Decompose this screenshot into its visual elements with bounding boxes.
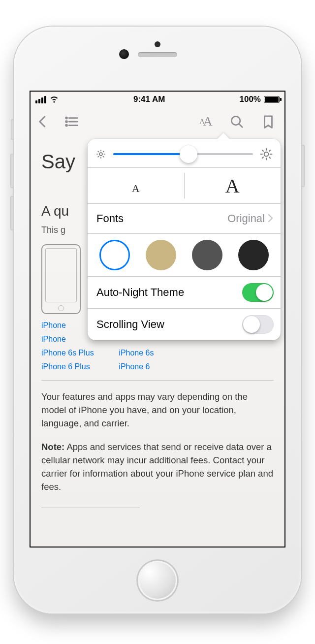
theme-sepia[interactable] bbox=[146, 240, 176, 270]
increase-text-size-button[interactable]: A bbox=[185, 168, 281, 203]
svg-point-17 bbox=[264, 152, 269, 157]
navigation-bar: AA bbox=[31, 107, 284, 136]
separator bbox=[41, 380, 274, 381]
decrease-text-size-button[interactable]: A bbox=[88, 174, 184, 203]
note-text: Apps and services that send or receive d… bbox=[41, 442, 273, 491]
fonts-label: Fonts bbox=[96, 212, 124, 225]
theme-white[interactable] bbox=[99, 240, 130, 270]
svg-point-2 bbox=[66, 121, 67, 123]
svg-line-13 bbox=[98, 151, 98, 152]
theme-selector bbox=[88, 234, 281, 276]
separator-short bbox=[41, 508, 140, 508]
cellular-signal-icon bbox=[35, 96, 46, 103]
svg-line-25 bbox=[269, 150, 270, 151]
theme-gray[interactable] bbox=[192, 240, 222, 270]
scrolling-view-toggle[interactable] bbox=[242, 315, 274, 334]
wifi-icon bbox=[49, 94, 59, 106]
mute-switch bbox=[11, 119, 14, 140]
svg-line-22 bbox=[262, 150, 263, 151]
power-button bbox=[301, 145, 305, 187]
svg-line-23 bbox=[269, 157, 270, 158]
iphone-device-frame: 9:41 AM 100% AA bbox=[14, 27, 301, 613]
status-time: 9:41 AM bbox=[133, 95, 165, 104]
bookmark-button[interactable] bbox=[260, 113, 277, 130]
appearance-popover: A A Fonts Original bbox=[88, 139, 281, 340]
proximity-sensor bbox=[155, 41, 160, 47]
model-link[interactable]: iPhone 6s Plus bbox=[41, 349, 119, 357]
brightness-low-icon bbox=[95, 149, 106, 160]
home-button[interactable] bbox=[136, 559, 179, 602]
back-button[interactable] bbox=[34, 113, 51, 130]
svg-line-16 bbox=[103, 151, 104, 152]
auto-night-row: Auto-Night Theme bbox=[88, 277, 281, 308]
svg-point-8 bbox=[99, 153, 102, 156]
screen: 9:41 AM 100% AA bbox=[30, 91, 285, 547]
brightness-slider-knob[interactable] bbox=[180, 145, 197, 163]
chevron-right-icon bbox=[268, 212, 274, 225]
brightness-high-icon bbox=[260, 148, 273, 161]
brightness-slider[interactable] bbox=[113, 153, 253, 155]
model-link[interactable]: iPhone 6 Plus bbox=[41, 362, 119, 371]
note-label: Note: bbox=[41, 442, 64, 452]
svg-point-4 bbox=[66, 125, 67, 126]
model-link[interactable]: iPhone 6s bbox=[119, 349, 196, 357]
auto-night-toggle[interactable] bbox=[242, 283, 274, 302]
svg-line-24 bbox=[262, 157, 263, 158]
body-paragraph: Your features and apps may vary dependin… bbox=[41, 390, 274, 430]
svg-line-14 bbox=[103, 157, 104, 157]
volume-down-button bbox=[10, 196, 14, 230]
svg-point-0 bbox=[66, 117, 67, 119]
scrolling-view-label: Scrolling View bbox=[96, 318, 164, 331]
auto-night-label: Auto-Night Theme bbox=[96, 286, 184, 299]
brightness-row bbox=[88, 139, 281, 167]
status-bar: 9:41 AM 100% bbox=[31, 92, 284, 107]
fonts-row[interactable]: Fonts Original bbox=[88, 204, 281, 233]
model-link[interactable]: iPhone 6 bbox=[119, 362, 196, 371]
battery-icon bbox=[264, 96, 280, 103]
battery-percent: 100% bbox=[240, 95, 261, 104]
volume-up-button bbox=[10, 154, 14, 188]
search-button[interactable] bbox=[228, 113, 245, 130]
iphone-illustration bbox=[41, 244, 81, 314]
note-paragraph: Note: Apps and services that send or rec… bbox=[41, 441, 274, 493]
text-size-control: A A bbox=[88, 168, 281, 203]
earpiece-speaker bbox=[138, 52, 177, 57]
svg-line-15 bbox=[98, 157, 98, 157]
scrolling-view-row: Scrolling View bbox=[88, 309, 281, 340]
table-of-contents-button[interactable] bbox=[63, 113, 80, 130]
front-camera bbox=[119, 49, 129, 59]
svg-line-7 bbox=[239, 124, 243, 128]
fonts-value: Original bbox=[227, 212, 265, 225]
appearance-button[interactable]: AA bbox=[197, 113, 214, 130]
theme-black[interactable] bbox=[238, 240, 269, 270]
